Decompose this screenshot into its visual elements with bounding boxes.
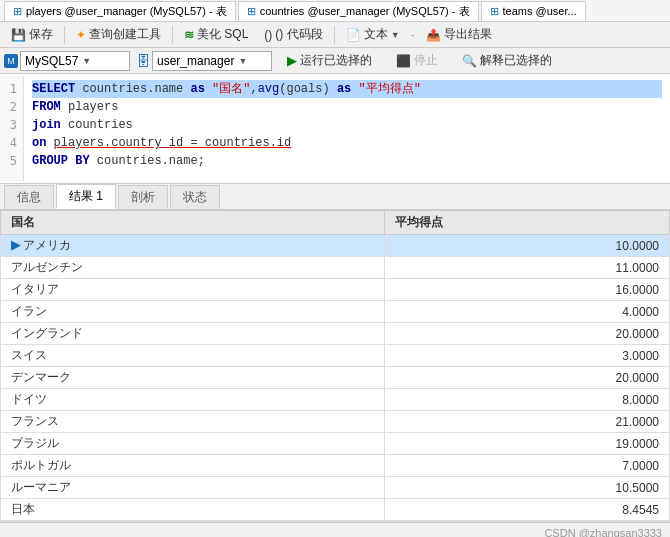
stop-button[interactable]: ⬛ 停止 [387, 49, 447, 72]
database-select[interactable]: user_manager ▼ [152, 51, 272, 71]
sql-code[interactable]: SELECT countries.name as "国名",avg(goals)… [24, 76, 670, 181]
tab-teams[interactable]: ⊞ teams @user... [481, 1, 586, 21]
cell-avg-goals: 3.0000 [385, 345, 670, 367]
status-bar: CSDN @zhangsan3333 [0, 522, 670, 537]
cell-avg-goals: 20.0000 [385, 323, 670, 345]
cell-country-name: デンマーク [1, 367, 385, 389]
save-button[interactable]: 💾 保存 [4, 23, 60, 46]
cell-country-name: ルーマニア [1, 477, 385, 499]
sql-line-3: join countries [32, 116, 662, 134]
table-row[interactable]: ▶ アメリカ10.0000 [1, 235, 670, 257]
table-row[interactable]: ポルトガル7.0000 [1, 455, 670, 477]
cell-country-name: スイス [1, 345, 385, 367]
cell-country-name: イングランド [1, 323, 385, 345]
cell-avg-goals: 11.0000 [385, 257, 670, 279]
table-row[interactable]: イタリア16.0000 [1, 279, 670, 301]
cell-avg-goals: 7.0000 [385, 455, 670, 477]
separator-2 [172, 26, 173, 44]
table-row[interactable]: イングランド20.0000 [1, 323, 670, 345]
row-indicator: ▶ [11, 238, 23, 252]
table-row[interactable]: ルーマニア10.5000 [1, 477, 670, 499]
tab-players[interactable]: ⊞ players @user_manager (MySQL57) - 表 [4, 1, 236, 21]
title-bar: ⊞ players @user_manager (MySQL57) - 表 ⊞ … [0, 0, 670, 22]
cell-avg-goals: 4.0000 [385, 301, 670, 323]
cell-country-name: イタリア [1, 279, 385, 301]
sql-line-4: on players.country_id = countries.id [32, 134, 662, 152]
tab-info[interactable]: 信息 [4, 185, 54, 209]
cell-country-name: フランス [1, 411, 385, 433]
table-row[interactable]: スイス3.0000 [1, 345, 670, 367]
play-icon: ▶ [287, 53, 297, 68]
cell-country-name: ブラジル [1, 433, 385, 455]
table-row[interactable]: アルゼンチン11.0000 [1, 257, 670, 279]
explain-button[interactable]: 🔍 解释已选择的 [453, 49, 561, 72]
cell-country-name: ポルトガル [1, 455, 385, 477]
toolbar: 💾 保存 ✦ 查询创建工具 ≋ 美化 SQL () () 代码段 📄 文本 ▼ … [0, 22, 670, 48]
separator-3 [334, 26, 335, 44]
code-icon: () [264, 28, 272, 42]
query-tool-button[interactable]: ✦ 查询创建工具 [69, 23, 168, 46]
beautify-button[interactable]: ≋ 美化 SQL [177, 23, 255, 46]
save-icon: 💾 [11, 28, 26, 42]
table-icon-2: ⊞ [247, 5, 256, 18]
col-header-avg: 平均得点 [385, 211, 670, 235]
beautify-icon: ≋ [184, 28, 194, 42]
tab-status[interactable]: 状态 [170, 185, 220, 209]
cell-avg-goals: 21.0000 [385, 411, 670, 433]
code-button[interactable]: () () 代码段 [257, 23, 329, 46]
run-button[interactable]: ▶ 运行已选择的 [278, 49, 381, 72]
line-numbers: 1 2 3 4 5 [0, 76, 24, 181]
watermark-text: CSDN @zhangsan3333 [544, 527, 662, 538]
results-table: 国名 平均得点 ▶ アメリカ10.0000アルゼンチン11.0000イタリア16… [0, 210, 670, 521]
cell-avg-goals: 8.0000 [385, 389, 670, 411]
cell-avg-goals: 8.4545 [385, 499, 670, 521]
tool-icon: ✦ [76, 28, 86, 42]
cell-country-name: 日本 [1, 499, 385, 521]
database-selector-wrapper: 🗄 user_manager ▼ [136, 51, 272, 71]
export-icon: 📤 [426, 28, 441, 42]
server-icon: M [4, 54, 18, 68]
tab-profiling[interactable]: 剖析 [118, 185, 168, 209]
cell-country-name: ▶ アメリカ [1, 235, 385, 257]
export-button[interactable]: 📤 导出结果 [419, 23, 499, 46]
results-area[interactable]: 国名 平均得点 ▶ アメリカ10.0000アルゼンチン11.0000イタリア16… [0, 210, 670, 522]
result-tabs: 信息 结果 1 剖析 状态 [0, 184, 670, 210]
cell-avg-goals: 10.5000 [385, 477, 670, 499]
sql-line-5: GROUP BY countries.name; [32, 152, 662, 170]
table-row[interactable]: デンマーク20.0000 [1, 367, 670, 389]
table-icon: ⊞ [13, 5, 22, 18]
cell-avg-goals: 20.0000 [385, 367, 670, 389]
cell-avg-goals: 10.0000 [385, 235, 670, 257]
table-row[interactable]: イラン4.0000 [1, 301, 670, 323]
cell-country-name: ドイツ [1, 389, 385, 411]
server-selector-wrapper: M MySQL57 ▼ [4, 51, 130, 71]
cell-country-name: イラン [1, 301, 385, 323]
table-row[interactable]: ブラジル19.0000 [1, 433, 670, 455]
dropdown-arrow-text: ▼ [391, 30, 400, 40]
sql-line-2: FROM players [32, 98, 662, 116]
table-row[interactable]: 日本8.4545 [1, 499, 670, 521]
db-icon: 🗄 [136, 53, 150, 69]
separator-1 [64, 26, 65, 44]
dash-separator: - [411, 28, 415, 42]
cell-country-name: アルゼンチン [1, 257, 385, 279]
db-dropdown-arrow: ▼ [238, 56, 247, 66]
table-row[interactable]: ドイツ8.0000 [1, 389, 670, 411]
table-row[interactable]: フランス21.0000 [1, 411, 670, 433]
explain-icon: 🔍 [462, 54, 477, 68]
table-icon-3: ⊞ [490, 5, 499, 18]
tab-result-1[interactable]: 结果 1 [56, 184, 116, 209]
sql-line-1: SELECT countries.name as "国名",avg(goals)… [32, 80, 662, 98]
sql-editor[interactable]: 1 2 3 4 5 SELECT countries.name as "国名",… [0, 74, 670, 184]
connection-bar: M MySQL57 ▼ 🗄 user_manager ▼ ▶ 运行已选择的 ⬛ … [0, 48, 670, 74]
server-dropdown-arrow: ▼ [82, 56, 91, 66]
cell-avg-goals: 19.0000 [385, 433, 670, 455]
tab-countries[interactable]: ⊞ countries @user_manager (MySQL57) - 表 [238, 1, 479, 21]
text-button[interactable]: 📄 文本 ▼ [339, 23, 407, 46]
col-header-name: 国名 [1, 211, 385, 235]
cell-avg-goals: 16.0000 [385, 279, 670, 301]
text-icon: 📄 [346, 28, 361, 42]
stop-icon: ⬛ [396, 54, 411, 68]
server-select[interactable]: MySQL57 ▼ [20, 51, 130, 71]
